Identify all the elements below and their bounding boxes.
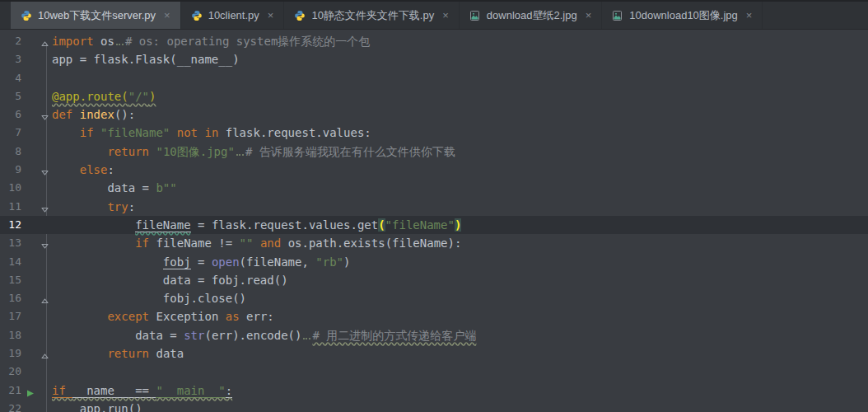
code-line-8[interactable]: 8 return "10图像.jpg"# 告诉服务端我现在有什么文件供你下载: [0, 143, 868, 161]
pep8-space-warning: [236, 146, 244, 156]
code-token: [52, 145, 107, 158]
code-token: and: [253, 236, 287, 250]
chevron-down-icon[interactable]: [38, 234, 52, 252]
close-icon[interactable]: ×: [586, 10, 592, 21]
code-line-20[interactable]: 20: [0, 363, 868, 381]
gutter-spacer: [21, 326, 38, 344]
fold-spacer: [38, 50, 52, 68]
close-icon[interactable]: ×: [164, 10, 170, 21]
code-token: [52, 236, 135, 250]
code-token: return: [107, 145, 156, 158]
line-number: 15: [0, 271, 21, 289]
editor-tab-2[interactable]: 10静态文件夹文件下载.py×: [284, 2, 459, 29]
code-token: return: [107, 347, 156, 360]
code-token: if: [135, 236, 156, 250]
fold-spacer: [38, 326, 52, 344]
fold-spacer: [38, 253, 52, 271]
code-line-22[interactable]: 22 app.run(): [0, 400, 868, 412]
code-line-16[interactable]: 16 fobj.close(): [0, 289, 868, 307]
code-token: # 用二进制的方式传递给客户端: [312, 329, 476, 342]
code-token: [52, 163, 80, 176]
code-line-17[interactable]: 17 except Exception as err:: [0, 307, 868, 325]
line-number: 4: [0, 69, 21, 87]
code-token: # os: operating system操作系统的一个包: [125, 35, 370, 48]
code-line-13[interactable]: 13 if fileName != "" and os.path.exists(…: [0, 234, 868, 252]
code-line-6[interactable]: 6def index():: [0, 105, 868, 124]
code-editor[interactable]: 2import os# os: operating system操作系统的一个包…: [0, 30, 868, 412]
gutter-spacer: [21, 32, 38, 50]
tab-label: 10client.py: [208, 9, 259, 21]
code-line-3[interactable]: 3app = flask.Flask(__name__): [0, 50, 868, 68]
code-token: import: [52, 35, 94, 48]
line-number: 3: [0, 50, 21, 68]
code-token: else: [80, 163, 108, 176]
chevron-up-icon[interactable]: [38, 344, 52, 363]
code-token: "fileName": [385, 218, 455, 232]
gutter-spacer: [21, 271, 38, 289]
code-text: except Exception as err:: [52, 307, 868, 325]
code-token: "rb": [315, 255, 343, 269]
gutter-spacer: [21, 253, 38, 271]
line-number: 5: [0, 87, 21, 105]
code-line-9[interactable]: 9 else:: [0, 161, 868, 179]
line-number: 8: [0, 143, 21, 161]
code-line-15[interactable]: 15 data = fobj.read(): [0, 271, 868, 289]
fold-spacer: [38, 87, 52, 105]
gutter-spacer: [21, 363, 38, 381]
code-line-19[interactable]: 19 return data: [0, 344, 868, 363]
code-token: data =: [52, 329, 184, 342]
code-token: "10图像.jpg": [156, 145, 234, 158]
close-icon[interactable]: ×: [746, 10, 753, 21]
code-text: else:: [52, 161, 868, 179]
fold-spacer: [38, 124, 52, 142]
code-token: (err).encode(): [204, 329, 301, 342]
code-token: = flask.request.values.get: [191, 218, 379, 232]
gutter-spacer: [21, 87, 38, 105]
code-line-4[interactable]: 4: [0, 69, 868, 87]
code-line-21[interactable]: 21if __name__ == "__main__":: [0, 382, 868, 400]
image-icon: [469, 10, 481, 21]
code-text: if fileName != "" and os.path.exists(fil…: [52, 234, 868, 252]
code-token: (: [378, 218, 385, 232]
run-icon[interactable]: [21, 382, 38, 400]
gutter-spacer: [21, 69, 38, 87]
chevron-down-icon[interactable]: [38, 105, 52, 124]
code-line-5[interactable]: 5@app.route("/"): [0, 87, 868, 105]
code-line-11[interactable]: 11 try:: [0, 198, 868, 216]
code-token: :: [226, 384, 232, 398]
code-line-14[interactable]: 14 fobj = open(fileName, "rb"): [0, 253, 868, 271]
line-number: 11: [0, 198, 21, 216]
code-token: [52, 255, 163, 269]
line-number: 18: [0, 326, 21, 344]
line-number: 22: [0, 400, 21, 412]
code-text: data = str(err).encode()# 用二进制的方式传递给客户端: [52, 326, 868, 344]
code-token: open: [212, 255, 240, 269]
code-token: "": [240, 236, 254, 250]
chevron-down-icon[interactable]: [38, 198, 52, 216]
editor-tab-4[interactable]: 10download10图像.jpg×: [602, 2, 763, 29]
fold-spacer: [38, 271, 52, 289]
gutter-spacer: [21, 216, 38, 234]
chevron-up-icon[interactable]: [38, 32, 52, 50]
close-icon[interactable]: ×: [268, 10, 274, 21]
code-line-2[interactable]: 2import os# os: operating system操作系统的一个包: [0, 32, 868, 50]
line-number: 21: [0, 382, 21, 400]
code-line-10[interactable]: 10 data = b"": [0, 179, 868, 197]
fold-spacer: [38, 363, 52, 381]
chevron-down-icon[interactable]: [38, 161, 52, 179]
code-line-7[interactable]: 7 if "fileName" not in flask.request.val…: [0, 124, 868, 142]
code-token: :: [107, 163, 114, 176]
code-line-12[interactable]: 12 fileName = flask.request.values.get("…: [0, 216, 868, 234]
fold-spacer: [38, 69, 52, 87]
editor-tab-0[interactable]: 10web下载文件server.py×: [11, 2, 181, 29]
close-icon[interactable]: ×: [442, 10, 449, 21]
line-number: 20: [0, 363, 21, 381]
code-line-18[interactable]: 18 data = str(err).encode()# 用二进制的方式传递给客…: [0, 326, 868, 344]
chevron-up-icon[interactable]: [38, 289, 52, 307]
editor-tab-1[interactable]: 10client.py×: [181, 2, 285, 29]
image-icon: [612, 10, 623, 21]
tab-label: 10web下载文件server.py: [38, 8, 156, 23]
gutter-spacer: [21, 234, 38, 252]
code-token: fobj.close(): [52, 292, 246, 305]
editor-tab-3[interactable]: download壁纸2.jpg×: [460, 2, 602, 29]
